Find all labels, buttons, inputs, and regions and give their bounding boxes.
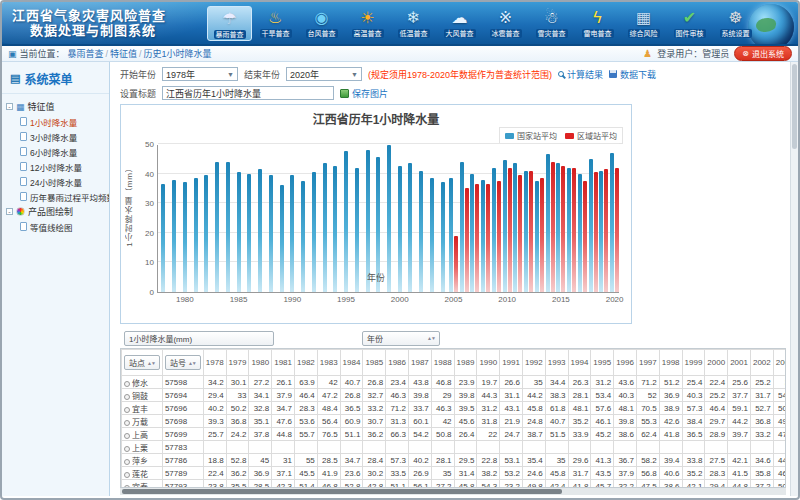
tree-item-等值线绘图[interactable]: 等值线绘图 <box>6 219 109 234</box>
breadcrumb-item[interactable]: 暴雨普查 <box>68 49 104 59</box>
nav-item-high-temp[interactable]: ☀高温普查 <box>345 6 390 41</box>
column-header-station: 站点▲▼ <box>122 350 163 376</box>
tree-item-label: 12小时降水量 <box>30 161 82 173</box>
tree-item-6小时降水量[interactable]: 6小时降水量 <box>6 144 109 159</box>
value-cell: 40.2 <box>203 402 226 415</box>
save-disk-icon <box>609 70 617 78</box>
value-cell: 55 <box>295 454 318 467</box>
nav-item-drought[interactable]: ♨干旱普查 <box>253 6 298 41</box>
value-cell: 36.5 <box>340 402 363 415</box>
nav-item-map-review[interactable]: ✔图件审核 <box>667 6 712 41</box>
row-radio[interactable] <box>124 472 130 478</box>
nav-item-rainstorm[interactable]: ☂暴雨普查 <box>207 6 252 41</box>
sort-arrows-icon: ▲▼ <box>147 360 155 366</box>
year-column-header[interactable]: 1998 <box>659 350 682 376</box>
tree-toggle-icon[interactable]: - <box>6 103 13 110</box>
logout-button[interactable]: ⊗退出系统 <box>734 46 792 61</box>
save-image-button[interactable]: 保存图片 <box>340 87 388 100</box>
value-cell: 28.9 <box>705 428 728 441</box>
value-cell: 45.2 <box>591 428 614 441</box>
tree-item-产品图绘制[interactable]: -产品图绘制 <box>6 204 109 219</box>
year-column-header[interactable]: 1984 <box>340 350 363 376</box>
year-column-header[interactable]: 1979 <box>226 350 249 376</box>
station-cell: 宜春 <box>122 480 163 489</box>
station-sort-button[interactable]: 站点▲▼ <box>124 355 160 370</box>
year-sort-button[interactable]: 年份▲▼ <box>362 331 440 346</box>
year-column-header[interactable]: 2003 <box>773 350 786 376</box>
station-id-sort-button[interactable]: 站号▲▼ <box>165 355 201 370</box>
tree-item-3小时降水量[interactable]: 3小时降水量 <box>6 129 109 144</box>
year-column-header[interactable]: 2001 <box>728 350 751 376</box>
tree-item-1小时降水量[interactable]: 1小时降水量 <box>6 114 109 129</box>
row-radio[interactable] <box>124 433 130 439</box>
year-column-header[interactable]: 2002 <box>750 350 773 376</box>
tree-item-特征值[interactable]: -▦特征值 <box>6 99 109 114</box>
legend-item-regional[interactable]: 区域站平均 <box>565 130 617 141</box>
legend-item-national[interactable]: 国家站平均 <box>505 130 557 141</box>
value-cell: 56.8 <box>636 467 659 480</box>
year-column-header[interactable]: 1980 <box>249 350 272 376</box>
year-column-header[interactable]: 1996 <box>614 350 637 376</box>
row-radio[interactable] <box>124 407 130 413</box>
year-column-header[interactable]: 1989 <box>454 350 477 376</box>
y-tick-label: 20 <box>136 229 154 238</box>
vertical-scrollbar-thumb[interactable] <box>792 64 797 149</box>
nav-item-composite-risk[interactable]: ▦综合风险 <box>621 6 666 41</box>
nav-item-snow[interactable]: ☃雪灾普查 <box>529 6 574 41</box>
value-cell: 44.3 <box>477 389 500 402</box>
value-cell: 28.5 <box>317 454 340 467</box>
nav-item-low-temp[interactable]: ❄低温普查 <box>391 6 436 41</box>
year-column-header[interactable]: 1982 <box>295 350 318 376</box>
nav-item-typhoon[interactable]: ◉台风普查 <box>299 6 344 41</box>
year-column-header[interactable]: 1983 <box>317 350 340 376</box>
tree-item-12小时降水量[interactable]: 12小时降水量 <box>6 159 109 174</box>
download-button[interactable]: 数据下载 <box>609 68 656 81</box>
start-year-select[interactable]: 1978年▼ <box>162 67 238 81</box>
tree-item-24小时降水量[interactable]: 24小时降水量 <box>6 174 109 189</box>
year-column-header[interactable]: 1991 <box>500 350 523 376</box>
calculate-button[interactable]: 计算结果 <box>558 68 603 81</box>
year-column-header[interactable]: 1981 <box>272 350 295 376</box>
year-column-header[interactable]: 1985 <box>363 350 386 376</box>
nav-item-gale[interactable]: ☁大风普查 <box>437 6 482 41</box>
row-radio[interactable] <box>124 381 130 387</box>
end-year-select[interactable]: 2020年▼ <box>286 67 362 81</box>
value-cell: 31.2 <box>591 376 614 389</box>
year-column-header[interactable]: 2000 <box>705 350 728 376</box>
breadcrumb-item[interactable]: 特征值 <box>110 49 137 59</box>
value-cell: 36.8 <box>226 415 249 428</box>
year-column-header[interactable]: 1987 <box>408 350 431 376</box>
year-column-header[interactable]: 1999 <box>682 350 705 376</box>
vertical-scrollbar[interactable] <box>790 62 798 496</box>
nav-item-lightning[interactable]: ϟ雷电普查 <box>575 6 620 41</box>
row-radio[interactable] <box>124 446 130 452</box>
nav-label: 大风普查 <box>444 29 476 38</box>
value-cell: 50.2 <box>773 480 786 489</box>
value-cell: 51.1 <box>340 428 363 441</box>
row-radio[interactable] <box>124 459 130 465</box>
year-column-header[interactable]: 1988 <box>431 350 454 376</box>
station-cell: 上栗 <box>122 441 163 454</box>
row-radio[interactable] <box>124 420 130 426</box>
year-column-header[interactable]: 1978 <box>203 350 226 376</box>
year-column-header[interactable]: 1986 <box>386 350 409 376</box>
horizontal-scrollbar[interactable] <box>120 488 786 495</box>
horizontal-scrollbar-thumb[interactable] <box>122 489 562 494</box>
year-column-header[interactable]: 1995 <box>591 350 614 376</box>
snow-icon: ☃ <box>544 8 558 28</box>
chart-title-input[interactable] <box>162 86 334 100</box>
nav-item-hail[interactable]: ※冰雹普查 <box>483 6 528 41</box>
tree-toggle-icon[interactable]: - <box>6 208 13 215</box>
breadcrumb-item[interactable]: 历史1小时降水量 <box>144 49 212 59</box>
row-radio[interactable] <box>124 394 130 400</box>
nav-item-settings[interactable]: ☸系统设置 <box>713 6 758 41</box>
year-column-header[interactable]: 1994 <box>568 350 591 376</box>
tree-item-历年暴雨过程平均频数[interactable]: 历年暴雨过程平均频数 <box>6 189 109 204</box>
value-cell: 35.2 <box>568 415 591 428</box>
year-column-header[interactable]: 1993 <box>545 350 568 376</box>
value-cell: 37.9 <box>614 467 637 480</box>
year-column-header[interactable]: 1997 <box>636 350 659 376</box>
measure-selector[interactable]: 1小时降水量(mm) <box>124 331 274 346</box>
year-column-header[interactable]: 1992 <box>522 350 545 376</box>
year-column-header[interactable]: 1990 <box>477 350 500 376</box>
